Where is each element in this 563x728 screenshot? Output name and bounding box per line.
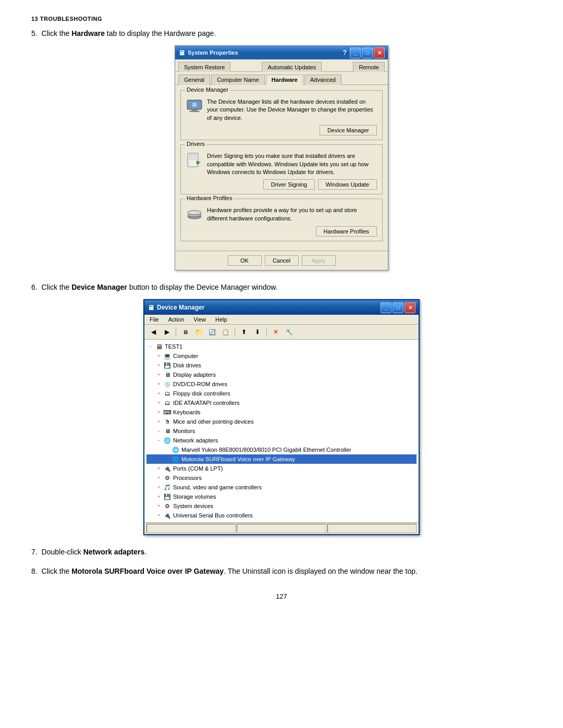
toolbar-update[interactable]: 🔧 xyxy=(284,326,295,338)
device-manager-section-title: Device Manager xyxy=(185,87,230,93)
system-devices-expand: + xyxy=(155,502,163,510)
ok-button[interactable]: OK xyxy=(228,255,262,266)
toolbar-folder[interactable]: 📁 xyxy=(193,326,204,338)
ports-expand: + xyxy=(155,464,163,473)
dm-item-storage[interactable]: + 💾 Storage volumes xyxy=(146,492,417,501)
tab-remote[interactable]: Remote xyxy=(353,62,385,72)
toolbar-back[interactable]: ◀ xyxy=(148,326,159,338)
dm-titlebar: 🖥 Device Manager _ □ ✕ xyxy=(144,300,419,315)
dm-item-floppy[interactable]: + 🗂 Floppy disk controllers xyxy=(146,389,417,398)
svg-rect-7 xyxy=(189,156,197,157)
display-expand: + xyxy=(155,371,163,379)
dm-item-dvd-cdrom[interactable]: + 💿 DVD/CD-ROM drives xyxy=(146,379,417,389)
disk-label: Disk drives xyxy=(173,362,201,368)
driver-signing-button[interactable]: Driver Signing xyxy=(263,179,315,190)
windows-update-button[interactable]: Windows Update xyxy=(318,179,377,190)
toolbar-remove[interactable]: ✕ xyxy=(270,326,282,338)
minimize-button[interactable]: _ xyxy=(350,47,361,58)
tab-advanced[interactable]: Advanced xyxy=(304,75,341,85)
mice-icon: 🖱 xyxy=(163,417,172,426)
dm-root-item[interactable]: − 🖥 TEST1 xyxy=(146,342,417,351)
dm-item-ports[interactable]: + 🔌 Ports (COM & LPT) xyxy=(146,464,417,473)
toolbar-sep-3 xyxy=(266,327,267,337)
dm-item-keyboards[interactable]: + ⌨ Keyboards xyxy=(146,408,417,417)
network-expand: − xyxy=(155,436,163,445)
menu-action[interactable]: Action xyxy=(166,316,187,323)
dm-close-button[interactable]: ✕ xyxy=(405,302,415,313)
dvd-label: DVD/CD-ROM drives xyxy=(173,381,227,387)
processors-icon: ⚙ xyxy=(163,474,172,482)
dm-item-ide[interactable]: + 🗂 IDE ATA/ATAPI controllers xyxy=(146,398,417,408)
hardware-profiles-btn-row: Hardware Profiles xyxy=(186,226,377,237)
device-manager-btn-row: Device Manager xyxy=(186,125,377,135)
svg-rect-8 xyxy=(189,158,197,159)
tab-computer-name[interactable]: Computer Name xyxy=(211,75,265,85)
hardware-profiles-content: Hardware profiles provide a way for you … xyxy=(186,206,377,223)
device-manager-button[interactable]: Device Manager xyxy=(320,125,377,135)
apply-button[interactable]: Apply xyxy=(302,255,336,266)
step-7: 7. Double-click Network adapters. xyxy=(31,547,532,558)
menu-view[interactable]: View xyxy=(191,316,208,323)
mice-expand: + xyxy=(155,417,163,426)
tab-general[interactable]: General xyxy=(178,75,210,85)
system-devices-icon: ⚙ xyxy=(163,502,172,510)
toolbar-forward[interactable]: ▶ xyxy=(161,326,173,338)
monitors-label: Monitors xyxy=(173,428,195,434)
dm-item-monitors[interactable]: − 🖥 Monitors xyxy=(146,426,417,436)
menu-file[interactable]: File xyxy=(148,316,161,323)
close-button[interactable]: ✕ xyxy=(374,47,385,58)
dm-item-motorola[interactable]: 🌐 Motorola SURFboard Voice over IP Gatew… xyxy=(146,454,417,464)
tab-system-restore[interactable]: System Restore xyxy=(178,62,230,72)
dm-item-display-adapters[interactable]: + 🖥 Display adapters xyxy=(146,370,417,379)
sound-expand: + xyxy=(155,483,163,491)
dm-minimize-button[interactable]: _ xyxy=(381,302,391,313)
cancel-button[interactable]: Cancel xyxy=(265,255,299,266)
step-6-text-before: Click the xyxy=(42,283,72,291)
hardware-profiles-button[interactable]: Hardware Profiles xyxy=(316,226,377,237)
step-5-text-after: tab to display the Hardware page. xyxy=(105,29,216,38)
tab-hardware[interactable]: Hardware xyxy=(266,75,303,85)
system-properties-window: 🖥 System Properties ? _ □ ✕ System Resto… xyxy=(175,45,388,270)
dm-item-system-devices[interactable]: + ⚙ System devices xyxy=(146,501,417,511)
dm-toolbar: ◀ ▶ 🖥 📁 🔄 📋 ⬆ ⬇ ✕ 🔧 xyxy=(144,325,419,340)
dm-item-usb[interactable]: + 🔌 Universal Serial Bus controllers xyxy=(146,511,417,520)
dm-tree-content: − 🖥 TEST1 + 💻 Computer + 💾 Disk drives xyxy=(144,340,419,522)
toolbar-sep-1 xyxy=(176,327,176,337)
toolbar-up[interactable]: ⬆ xyxy=(238,326,250,338)
computer-expand: + xyxy=(155,352,163,360)
status-pane-2 xyxy=(237,524,326,533)
dm-item-disk-drives[interactable]: + 💾 Disk drives xyxy=(146,361,417,370)
toolbar-refresh[interactable]: 🔄 xyxy=(206,326,218,338)
step-8-text-before: Click the xyxy=(42,567,72,575)
dm-controls: _ □ ✕ xyxy=(381,302,415,313)
step-5-text-before: Click the xyxy=(42,29,72,38)
toolbar-computer[interactable]: 🖥 xyxy=(179,326,191,338)
dm-item-mice[interactable]: + 🖱 Mice and other pointing devices xyxy=(146,417,417,426)
dvd-expand: + xyxy=(155,380,163,388)
device-manager-window: 🖥 Device Manager _ □ ✕ File Action View … xyxy=(143,299,420,535)
floppy-label: Floppy disk controllers xyxy=(173,390,230,397)
step-7-number: 7. xyxy=(31,548,38,556)
toolbar-sep-2 xyxy=(235,327,235,337)
menu-help[interactable]: Help xyxy=(213,316,229,323)
drivers-btn-row: Driver Signing Windows Update xyxy=(186,179,377,190)
dm-maximize-button[interactable]: □ xyxy=(393,302,403,313)
hardware-profiles-description: Hardware profiles provide a way for you … xyxy=(207,206,377,223)
maximize-button[interactable]: □ xyxy=(362,47,373,58)
dm-item-sound[interactable]: + 🎵 Sound, video and game controllers xyxy=(146,483,417,492)
dm-item-network[interactable]: − 🌐 Network adapters xyxy=(146,436,417,445)
network-label: Network adapters xyxy=(173,437,218,443)
step-8: 8. Click the Motorola SURFboard Voice ov… xyxy=(31,566,532,577)
tab-automatic-updates[interactable]: Automatic Updates xyxy=(262,62,322,72)
section-heading: 13 TROUBLESHOOTING xyxy=(31,16,532,22)
dm-item-processors[interactable]: + ⚙ Processors xyxy=(146,473,417,483)
toolbar-properties[interactable]: 📋 xyxy=(220,326,231,338)
root-icon: 🖥 xyxy=(155,342,163,351)
step-7-text-before: Double-click xyxy=(42,548,83,556)
toolbar-down[interactable]: ⬇ xyxy=(252,326,263,338)
dm-item-marvell[interactable]: 🌐 Marvell Yukon 88E8001/8003/8010 PCI Gi… xyxy=(146,445,417,454)
dm-item-computer[interactable]: + 💻 Computer xyxy=(146,351,417,361)
floppy-icon: 🗂 xyxy=(163,389,172,398)
system-props-titlebar-icon: 🖥 xyxy=(178,49,185,57)
svg-point-12 xyxy=(188,211,201,215)
